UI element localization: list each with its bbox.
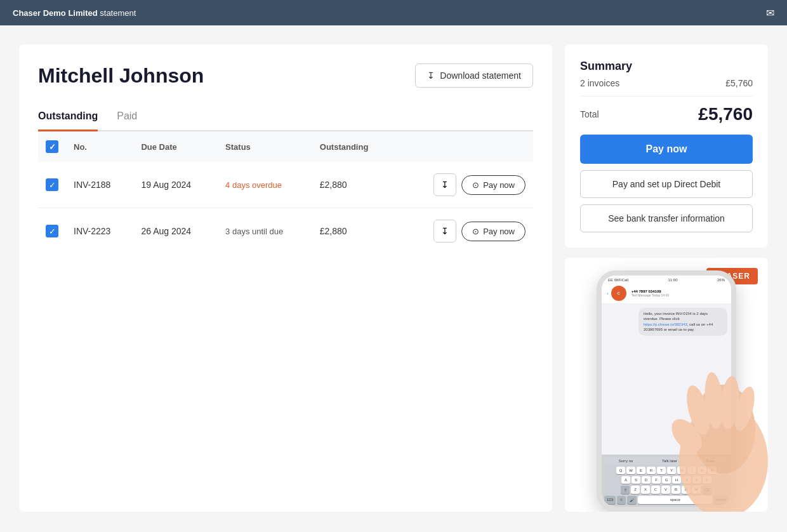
- pay-now-button-1[interactable]: ⊙ Pay now: [461, 175, 526, 195]
- battery-label: 26%: [717, 278, 725, 282]
- key-emoji[interactable]: ☺: [617, 496, 626, 504]
- status-upcoming-label: 3 days until due: [225, 227, 283, 236]
- cell-status-2: 3 days until due: [218, 208, 312, 255]
- page-title: Mitchell Johnson: [38, 64, 204, 88]
- cell-status-1: 4 days overdue: [218, 162, 312, 208]
- key-mic[interactable]: 🎤: [627, 496, 637, 504]
- status-overdue-badge: 4 days overdue: [225, 180, 282, 190]
- pay-now-button-2[interactable]: ⊙ Pay now: [461, 222, 526, 241]
- bank-transfer-button[interactable]: See bank transfer information: [580, 204, 753, 232]
- suggestion-sorry: Sorry no: [619, 459, 633, 463]
- sms-bubble: Hello, your invoice INV-0154 is 2 days o…: [638, 308, 727, 336]
- statement-label: statement: [98, 8, 136, 18]
- total-row: Total £5,760: [580, 104, 753, 124]
- phone-statusbar: EE WiFiCall 11:00 26%: [602, 276, 731, 283]
- key-a[interactable]: A: [621, 476, 630, 484]
- tab-paid[interactable]: Paid: [117, 103, 137, 131]
- action-buttons-1: ↧ ⊙ Pay now: [402, 173, 526, 196]
- download-invoice-button-1[interactable]: ↧: [433, 173, 456, 196]
- time-label: 11:00: [668, 278, 677, 282]
- download-invoice-button-2[interactable]: ↧: [433, 220, 456, 243]
- tab-outstanding[interactable]: Outstanding: [38, 103, 98, 131]
- invoices-count: 2 invoices: [580, 78, 619, 88]
- message-date: Text Message Today 14:00: [632, 293, 726, 297]
- download-icon: ↧: [441, 180, 449, 190]
- checkmark-icon: ✓: [49, 227, 56, 236]
- cell-checkbox-2: ✓: [38, 208, 66, 255]
- download-statement-button[interactable]: ↧ Download statement: [415, 63, 533, 88]
- col-outstanding: Outstanding: [312, 131, 395, 162]
- summary-invoices-row: 2 invoices £5,760: [580, 78, 753, 96]
- key-s[interactable]: S: [632, 476, 640, 484]
- phone-header: ‹ C +44 7897 034109 Text Message Today 1…: [602, 283, 731, 304]
- page-header: Mitchell Johnson ↧ Download statement: [38, 63, 533, 88]
- cell-actions-1: ↧ ⊙ Pay now: [395, 162, 533, 208]
- col-status: Status: [218, 131, 312, 162]
- total-label: Total: [580, 109, 599, 119]
- direct-debit-button[interactable]: Pay and set up Direct Debit: [580, 170, 753, 198]
- cell-due-date-2: 26 Aug 2024: [133, 208, 218, 255]
- tabs: Outstanding Paid: [38, 103, 533, 131]
- total-amount: £5,760: [698, 104, 753, 124]
- right-panel: Summary 2 invoices £5,760 Total £5,760 P…: [565, 44, 768, 512]
- table-row: ✓ INV-2223 26 Aug 2024 3 days until due …: [38, 208, 533, 255]
- back-icon: ‹: [607, 291, 609, 296]
- phone-mockup-area: CHASER EE WiFiCall 11:00 26% ‹ C +: [565, 258, 768, 512]
- pay-icon: ⊙: [472, 227, 479, 236]
- download-icon: ↧: [427, 70, 435, 81]
- cell-checkbox-1: ✓: [38, 162, 66, 208]
- download-label: Download statement: [440, 70, 521, 81]
- row-checkbox-2[interactable]: ✓: [46, 225, 58, 237]
- key-z[interactable]: Z: [631, 486, 640, 494]
- col-due-date: Due Date: [133, 131, 218, 162]
- topbar-title: Chaser Demo Limited statement: [13, 8, 136, 18]
- email-icon[interactable]: ✉: [766, 7, 774, 19]
- invoice-table: ✓ No. Due Date Status Outstanding ✓: [38, 131, 533, 254]
- col-checkbox: ✓: [38, 131, 66, 162]
- summary-card: Summary 2 invoices £5,760 Total £5,760 P…: [565, 44, 768, 248]
- key-shift[interactable]: ⇧: [621, 486, 630, 494]
- col-actions: [395, 131, 533, 162]
- cell-number-1: INV-2188: [66, 162, 133, 208]
- topbar: Chaser Demo Limited statement ✉: [0, 0, 787, 25]
- cell-due-date-1: 19 Aug 2024: [133, 162, 218, 208]
- contact-info: +44 7897 034109 Text Message Today 14:00: [632, 289, 726, 297]
- chaser-contact-badge: C: [611, 286, 626, 301]
- select-all-checkbox[interactable]: ✓: [46, 140, 58, 153]
- pay-label: Pay now: [483, 227, 515, 236]
- col-number: No.: [66, 131, 133, 162]
- cell-amount-2: £2,880: [312, 208, 395, 255]
- checkmark-icon: ✓: [49, 180, 56, 190]
- cell-number-2: INV-2223: [66, 208, 133, 255]
- company-name: Chaser Demo Limited: [13, 8, 98, 18]
- main-container: Mitchell Johnson ↧ Download statement Ou…: [0, 25, 787, 531]
- checkmark-icon: ✓: [49, 142, 56, 152]
- key-q[interactable]: Q: [616, 467, 625, 474]
- pay-label: Pay now: [483, 180, 515, 190]
- pay-now-primary-button[interactable]: Pay now: [580, 135, 753, 164]
- pay-icon: ⊙: [472, 180, 479, 190]
- key-w[interactable]: W: [626, 467, 635, 474]
- action-buttons-2: ↧ ⊙ Pay now: [402, 220, 526, 243]
- sms-link: https://p.chaser.io/382342: [644, 323, 687, 326]
- table-row: ✓ INV-2188 19 Aug 2024 4 days overdue £2…: [38, 162, 533, 208]
- row-checkbox-1[interactable]: ✓: [46, 178, 58, 191]
- table-header-row: ✓ No. Due Date Status Outstanding: [38, 131, 533, 162]
- key-numbers[interactable]: 123: [604, 496, 616, 504]
- left-panel: Mitchell Johnson ↧ Download statement Ou…: [19, 44, 552, 512]
- hand-illustration: [647, 334, 768, 512]
- summary-title: Summary: [580, 60, 753, 73]
- cell-actions-2: ↧ ⊙ Pay now: [395, 208, 533, 255]
- key-e[interactable]: E: [637, 467, 645, 474]
- cell-amount-1: £2,880: [312, 162, 395, 208]
- carrier-label: EE WiFiCall: [608, 278, 628, 282]
- invoices-amount: £5,760: [725, 78, 753, 88]
- download-icon: ↧: [441, 226, 449, 236]
